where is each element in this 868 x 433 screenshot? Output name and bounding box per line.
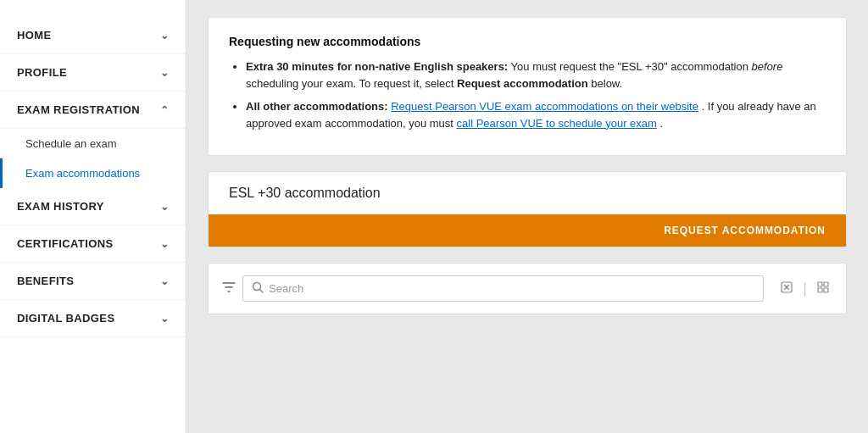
pearson-vue-link[interactable]: Request Pearson VUE exam accommodations … <box>391 100 698 113</box>
bullet-1-italic: before <box>752 60 783 73</box>
svg-rect-6 <box>824 282 828 286</box>
sidebar-item-exam-history-label: EXAM HISTORY <box>17 200 104 213</box>
bullet-1-bold-2: Request accommodation <box>457 77 588 90</box>
sidebar-item-digital-badges-label: DIGITAL BADGES <box>17 312 114 325</box>
grid-view-button[interactable] <box>814 280 832 298</box>
sidebar: HOME ⌄ PROFILE ⌄ EXAM REGISTRATION ⌃ Sch… <box>0 0 186 433</box>
bullet-1-bold: Extra 30 minutes for non-native English … <box>246 60 508 73</box>
sidebar-item-home[interactable]: HOME ⌄ <box>0 17 186 54</box>
search-card: | <box>208 263 847 314</box>
info-card-list: Extra 30 minutes for non-native English … <box>229 58 826 131</box>
sidebar-item-exam-accommodations[interactable]: Exam accommodations <box>0 158 186 188</box>
svg-rect-8 <box>824 288 828 292</box>
chevron-down-icon: ⌄ <box>160 30 169 42</box>
esl-card-title: ESL +30 accommodation <box>209 172 846 214</box>
chevron-down-icon: ⌄ <box>160 67 169 79</box>
chevron-down-icon: ⌄ <box>160 313 169 325</box>
chevron-down-icon: ⌄ <box>160 238 169 250</box>
sidebar-item-certifications[interactable]: CERTIFICATIONS ⌄ <box>0 225 186 263</box>
sidebar-item-exam-history[interactable]: EXAM HISTORY ⌄ <box>0 188 186 225</box>
chevron-down-icon: ⌄ <box>160 275 169 287</box>
sidebar-item-digital-badges[interactable]: DIGITAL BADGES ⌄ <box>0 300 186 337</box>
sidebar-item-profile-label: PROFILE <box>17 66 67 79</box>
sidebar-item-home-label: HOME <box>17 29 52 42</box>
search-input[interactable] <box>269 282 754 295</box>
request-accommodation-button[interactable]: REQUEST ACCOMMODATION <box>664 225 826 236</box>
call-pearson-link[interactable]: call Pearson VUE to schedule your exam <box>457 117 657 130</box>
sidebar-item-schedule-exam[interactable]: Schedule an exam <box>0 129 186 158</box>
svg-rect-7 <box>818 288 822 292</box>
sidebar-item-benefits-label: BENEFITS <box>17 275 74 287</box>
bullet-1-text-2: below. <box>591 77 622 90</box>
sidebar-item-exam-registration[interactable]: EXAM REGISTRATION ⌃ <box>0 92 186 129</box>
sidebar-item-benefits[interactable]: BENEFITS ⌄ <box>0 263 186 300</box>
main-content: Requesting new accommodations Extra 30 m… <box>186 0 868 433</box>
info-card-bullet-1: Extra 30 minutes for non-native English … <box>246 58 826 92</box>
sidebar-item-exam-registration-label: EXAM REGISTRATION <box>17 103 140 116</box>
chevron-up-icon: ⌃ <box>160 104 169 116</box>
sidebar-submenu-exam-registration: Schedule an exam Exam accommodations <box>0 129 186 188</box>
svg-rect-5 <box>818 282 822 286</box>
search-wrapper <box>242 275 764 302</box>
info-card-title: Requesting new accommodations <box>229 35 826 48</box>
esl-card-action-bar: REQUEST ACCOMMODATION <box>209 214 846 247</box>
svg-line-1 <box>260 290 264 293</box>
sidebar-item-profile[interactable]: PROFILE ⌄ <box>0 54 186 92</box>
info-card: Requesting new accommodations Extra 30 m… <box>208 17 847 156</box>
esl-card: ESL +30 accommodation REQUEST ACCOMMODAT… <box>208 171 847 247</box>
search-icon <box>252 281 264 296</box>
bullet-2-end: . <box>660 117 664 130</box>
filter-icon[interactable] <box>222 280 236 297</box>
chevron-down-icon: ⌄ <box>160 201 169 213</box>
info-card-bullet-2: All other accommodations: Request Pearso… <box>246 98 826 131</box>
clear-button[interactable] <box>777 280 796 298</box>
bullet-2-bold: All other accommodations: <box>246 100 388 113</box>
separator: | <box>803 280 807 297</box>
sidebar-item-certifications-label: CERTIFICATIONS <box>17 237 114 250</box>
search-card-actions: | <box>777 280 832 298</box>
